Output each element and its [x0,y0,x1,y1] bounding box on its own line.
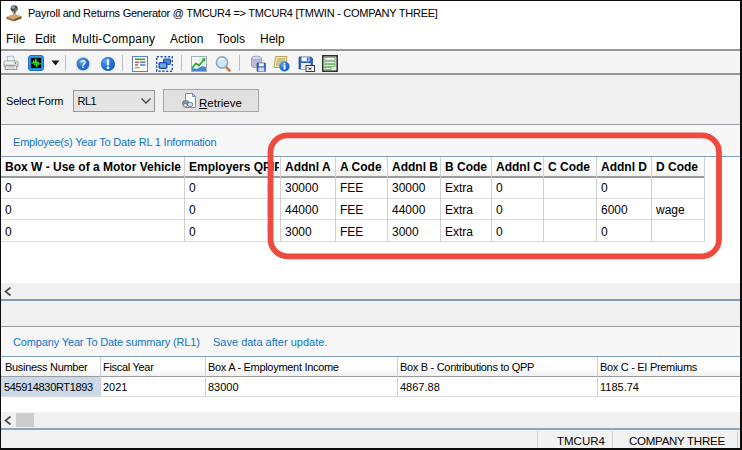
svg-text:?: ? [80,59,86,70]
